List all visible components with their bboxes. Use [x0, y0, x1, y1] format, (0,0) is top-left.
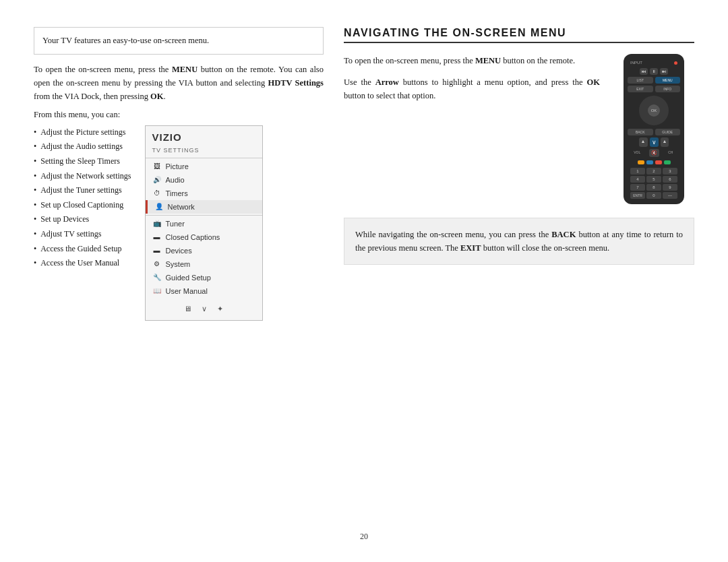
- num-0-btn[interactable]: 0: [646, 192, 661, 199]
- num-6-btn[interactable]: 6: [663, 176, 677, 183]
- remote-vol-ch-labels: VOL 🔇 CH: [628, 149, 680, 157]
- menu-item-audio: 🔊 Audio: [146, 173, 262, 187]
- exit-btn[interactable]: EXIT: [628, 86, 653, 92]
- audio-icon: 🔊: [152, 175, 162, 185]
- vol-up-btn[interactable]: ▲: [639, 137, 648, 147]
- num-2-btn[interactable]: 2: [646, 168, 661, 175]
- fast-forward-btn[interactable]: ⏭: [660, 68, 668, 75]
- vol-down-btn[interactable]: ∨: [650, 137, 659, 147]
- list-item: Adjust the Picture settings: [34, 125, 131, 140]
- num-5-btn[interactable]: 5: [646, 176, 661, 183]
- right-text-block: To open the on-screen menu, press the ME…: [344, 54, 600, 204]
- remote-top-bar: INPUT: [628, 59, 680, 66]
- menu-item-label: Picture: [166, 162, 189, 170]
- intro-text: Your TV features an easy-to-use on-scree…: [34, 27, 324, 55]
- system-icon: ⚙: [152, 259, 162, 269]
- info-box-text: While navigating the on-screen menu, you…: [355, 230, 683, 253]
- list-item: Adjust the Network settings: [34, 169, 131, 184]
- menu-btn[interactable]: MENU: [655, 77, 681, 84]
- left-column: Your TV features an easy-to-use on-scree…: [34, 27, 324, 525]
- menu-item-tuner: 📺 Tuner: [146, 217, 262, 230]
- right-upper: To open the on-screen menu, press the ME…: [344, 54, 694, 204]
- tv-menu-section: TV SETTINGS: [146, 146, 262, 156]
- bullet-list: Adjust the Picture settings Adjust the A…: [34, 125, 131, 321]
- list-item: Adjust TV settings: [34, 227, 131, 242]
- rewind-btn[interactable]: ⏮: [640, 68, 648, 75]
- tv-menu-footer: 🖥 ∨ ✦: [146, 301, 262, 315]
- enter-btn[interactable]: ENTR: [630, 192, 645, 199]
- dash-btn[interactable]: —: [663, 192, 677, 199]
- remote-colored-btns: [638, 160, 671, 164]
- right-para-1: To open the on-screen menu, press the ME…: [344, 54, 600, 67]
- input-label: INPUT: [630, 61, 642, 65]
- ch-up-btn[interactable]: ▲: [661, 137, 669, 147]
- list-item: Adjust the Tuner settings: [34, 183, 131, 198]
- footer-settings-icon: ✦: [217, 305, 223, 313]
- remote-vol-ch-row: ▲ ∨ ▲: [628, 137, 680, 147]
- picture-icon: 🖼: [152, 162, 162, 171]
- menu-divider: [146, 158, 262, 158]
- list-item: Set up Closed Captioning: [34, 198, 131, 213]
- left-lower: Adjust the Picture settings Adjust the A…: [34, 125, 324, 321]
- red-btn[interactable]: [655, 160, 662, 164]
- menu-item-guided-setup: 🔧 Guided Setup: [146, 271, 262, 284]
- list-item: Access the User Manual: [34, 256, 131, 271]
- section-title: NAVIGATING THE ON-SCREEN MENU: [344, 27, 694, 43]
- list-btn[interactable]: LIST: [628, 77, 653, 84]
- menu-item-label: Closed Captions: [166, 233, 220, 241]
- remote-ir-dot: [674, 61, 677, 65]
- remote-media-row: ⏮ ⏸ ⏭: [628, 68, 680, 75]
- guided-setup-icon: 🔧: [152, 273, 162, 282]
- blue-btn[interactable]: [646, 160, 653, 164]
- main-content: Your TV features an easy-to-use on-scree…: [34, 27, 694, 525]
- mute-btn[interactable]: 🔇: [649, 149, 659, 157]
- menu-item-closed-captions: ▬ Closed Captions: [146, 230, 262, 244]
- remote-nav-row1: LIST MENU: [628, 77, 680, 84]
- list-item: Access the Guided Setup: [34, 242, 131, 257]
- tv-menu-brand: VIZIO: [146, 126, 262, 146]
- right-para-2: Use the Arrow buttons to highlight a men…: [344, 75, 600, 102]
- yellow-btn[interactable]: [638, 160, 644, 164]
- intro-paragraph: Your TV features an easy-to-use on-scree…: [42, 36, 209, 45]
- menu-item-label: Network: [168, 203, 195, 211]
- menu-item-system: ⚙ System: [146, 257, 262, 271]
- ch-label: CH: [661, 149, 681, 157]
- ok-btn[interactable]: OK: [648, 104, 660, 117]
- back-btn[interactable]: BACK: [628, 129, 653, 135]
- body-paragraph: To open the on-screen menu, press the ME…: [34, 63, 324, 103]
- menu-item-label: Tuner: [166, 220, 185, 228]
- info-btn[interactable]: INFO: [655, 86, 681, 92]
- tv-menu-mockup: VIZIO TV SETTINGS 🖼 Picture 🔊 Audio ⏱ Ti…: [145, 125, 263, 321]
- green-btn[interactable]: [664, 160, 671, 164]
- cc-icon: ▬: [152, 232, 162, 242]
- timers-icon: ⏱: [152, 189, 162, 198]
- user-manual-icon: 📖: [152, 286, 162, 296]
- menu-item-label: Timers: [166, 189, 188, 197]
- remote-body: INPUT ⏮ ⏸ ⏭ LIST MENU: [624, 54, 684, 204]
- num-1-btn[interactable]: 1: [630, 168, 645, 175]
- num-3-btn[interactable]: 3: [663, 168, 677, 175]
- menu-item-devices: ▬ Devices: [146, 244, 262, 257]
- remote-back-guide-row: BACK GUIDE: [628, 129, 680, 135]
- remote-num-grid: 1 2 3 4 5 6 7 8 9 ENTR 0 —: [628, 168, 680, 199]
- footer-down-icon: ∨: [202, 305, 207, 313]
- menu-divider: [146, 215, 262, 216]
- menu-item-label: Guided Setup: [166, 274, 211, 282]
- num-7-btn[interactable]: 7: [630, 184, 645, 191]
- num-9-btn[interactable]: 9: [663, 184, 677, 191]
- menu-item-user-manual: 📖 User Manual: [146, 284, 262, 298]
- menu-item-label: System: [166, 260, 191, 268]
- remote-container: INPUT ⏮ ⏸ ⏭ LIST MENU: [613, 54, 694, 204]
- num-8-btn[interactable]: 8: [646, 184, 661, 191]
- menu-item-picture: 🖼 Picture: [146, 160, 262, 173]
- menu-item-label: User Manual: [166, 287, 208, 295]
- play-pause-btn[interactable]: ⏸: [650, 68, 658, 75]
- network-icon: 👤: [154, 202, 164, 212]
- menu-item-label: Audio: [166, 176, 185, 184]
- guide-btn[interactable]: GUIDE: [655, 129, 681, 135]
- num-4-btn[interactable]: 4: [630, 176, 645, 183]
- menu-item-timers: ⏱ Timers: [146, 187, 262, 200]
- menu-item-network: 👤 Network: [146, 200, 262, 214]
- footer-tv-icon: 🖥: [184, 305, 191, 313]
- info-box: While navigating the on-screen menu, you…: [344, 218, 694, 265]
